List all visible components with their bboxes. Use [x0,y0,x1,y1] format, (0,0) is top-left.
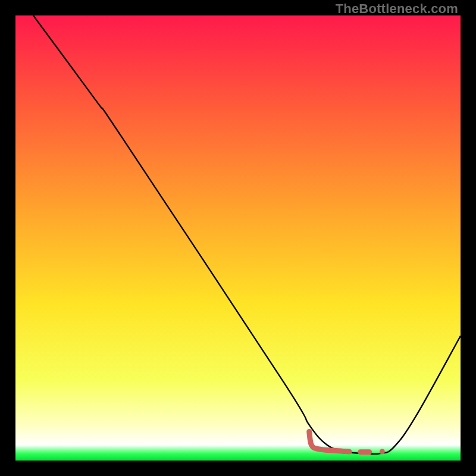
bottleneck-chart [15,15,461,461]
optimal-point-dot [380,449,385,455]
chart-frame [15,15,461,461]
watermark-text: TheBottleneck.com [336,1,458,17]
